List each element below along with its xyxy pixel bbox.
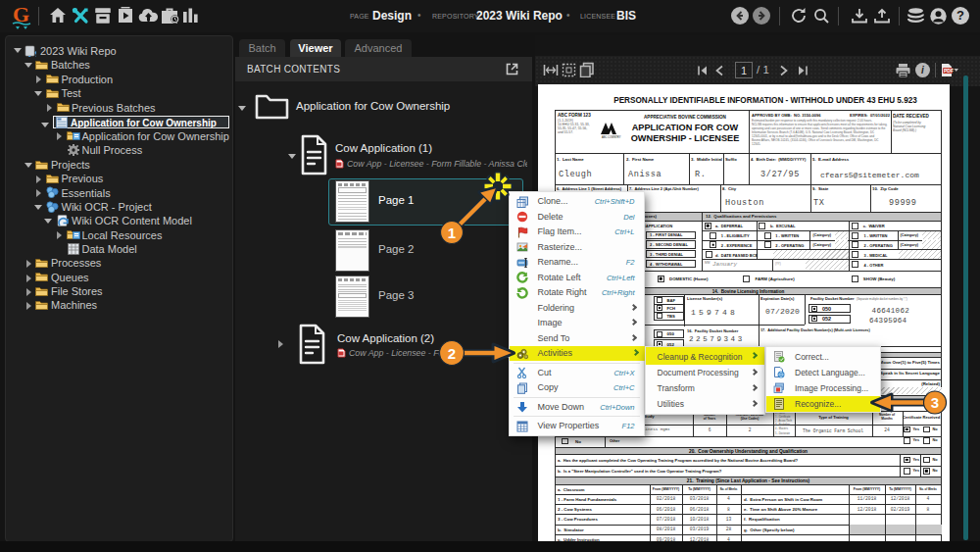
svg-text:2: 2 [448,345,456,362]
svg-text:3: 3 [931,394,939,411]
svg-text:1: 1 [448,225,456,241]
